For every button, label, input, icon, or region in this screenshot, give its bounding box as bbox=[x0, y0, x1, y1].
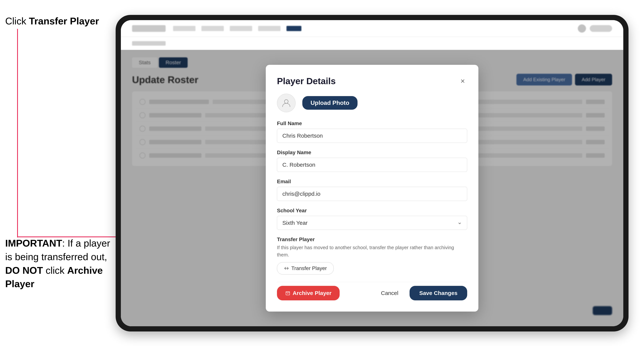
full-name-input[interactable] bbox=[277, 129, 467, 143]
display-name-group: Display Name bbox=[277, 150, 467, 172]
transfer-section-description: If this player has moved to another scho… bbox=[277, 244, 467, 258]
tablet-screen: Stats Roster Update Roster Add Existing … bbox=[121, 20, 623, 326]
app-logo bbox=[132, 25, 166, 32]
annotation-line-vertical bbox=[17, 29, 18, 237]
transfer-icon bbox=[284, 266, 289, 271]
nav-link-active bbox=[286, 26, 302, 31]
archive-player-button[interactable]: Archive Player bbox=[277, 286, 340, 300]
instruction-text-3: click bbox=[43, 265, 67, 276]
school-year-select-wrapper: First Year Second Year Third Year Fourth… bbox=[277, 216, 467, 230]
modal-footer: Archive Player Cancel Save Changes bbox=[277, 282, 467, 300]
email-group: Email bbox=[277, 178, 467, 201]
player-details-modal: Player Details × Upload Photo bbox=[266, 65, 478, 312]
app-screen: Stats Roster Update Roster Add Existing … bbox=[121, 20, 623, 326]
tablet-device: Stats Roster Update Roster Add Existing … bbox=[116, 15, 628, 332]
cancel-button[interactable]: Cancel bbox=[374, 286, 405, 300]
email-label: Email bbox=[277, 178, 467, 184]
modal-header: Player Details × bbox=[277, 76, 467, 86]
transfer-player-button[interactable]: Transfer Player bbox=[277, 262, 334, 275]
instruction-transfer-bold: Transfer Player bbox=[29, 16, 99, 26]
instruction-click-label: Click bbox=[5, 16, 29, 26]
avatar-placeholder bbox=[277, 94, 296, 112]
nav-link-moreinfo bbox=[258, 26, 280, 31]
upload-photo-button[interactable]: Upload Photo bbox=[302, 96, 358, 110]
archive-icon bbox=[285, 291, 290, 296]
modal-title: Player Details bbox=[277, 76, 336, 86]
save-changes-button[interactable]: Save Changes bbox=[410, 286, 467, 300]
nav-links bbox=[173, 26, 570, 31]
nav-right bbox=[578, 24, 612, 33]
transfer-player-section: Transfer Player If this player has moved… bbox=[277, 236, 467, 275]
transfer-section-title: Transfer Player bbox=[277, 236, 467, 242]
display-name-label: Display Name bbox=[277, 150, 467, 156]
nav-bar bbox=[121, 20, 623, 37]
school-year-label: School Year bbox=[277, 208, 467, 214]
modal-overlay: Player Details × Upload Photo bbox=[121, 50, 623, 326]
full-name-group: Full Name bbox=[277, 121, 467, 143]
transfer-btn-label: Transfer Player bbox=[291, 265, 327, 271]
nav-avatar bbox=[578, 24, 586, 33]
modal-close-button[interactable]: × bbox=[458, 77, 467, 85]
nav-add-btn bbox=[590, 25, 612, 32]
person-icon bbox=[282, 98, 291, 108]
svg-point-0 bbox=[284, 100, 288, 103]
school-year-select[interactable]: First Year Second Year Third Year Fourth… bbox=[277, 216, 467, 230]
full-name-label: Full Name bbox=[277, 121, 467, 127]
instruction-top: Click Transfer Player bbox=[5, 15, 110, 27]
secondary-nav bbox=[121, 37, 623, 50]
email-input[interactable] bbox=[277, 187, 467, 201]
archive-btn-label: Archive Player bbox=[293, 290, 332, 296]
nav-link-seasons bbox=[230, 26, 252, 31]
important-label: IMPORTANT bbox=[5, 238, 62, 249]
display-name-input[interactable] bbox=[277, 158, 467, 172]
breadcrumb bbox=[132, 41, 166, 46]
school-year-group: School Year First Year Second Year Third… bbox=[277, 208, 467, 230]
content-area: Stats Roster Update Roster Add Existing … bbox=[121, 50, 623, 326]
nav-link-teams bbox=[202, 26, 224, 31]
do-not-label: DO NOT bbox=[5, 265, 43, 276]
nav-link-dashboard bbox=[173, 26, 196, 31]
photo-section: Upload Photo bbox=[277, 94, 467, 112]
instruction-bottom: IMPORTANT: If a player is being transfer… bbox=[5, 236, 112, 291]
